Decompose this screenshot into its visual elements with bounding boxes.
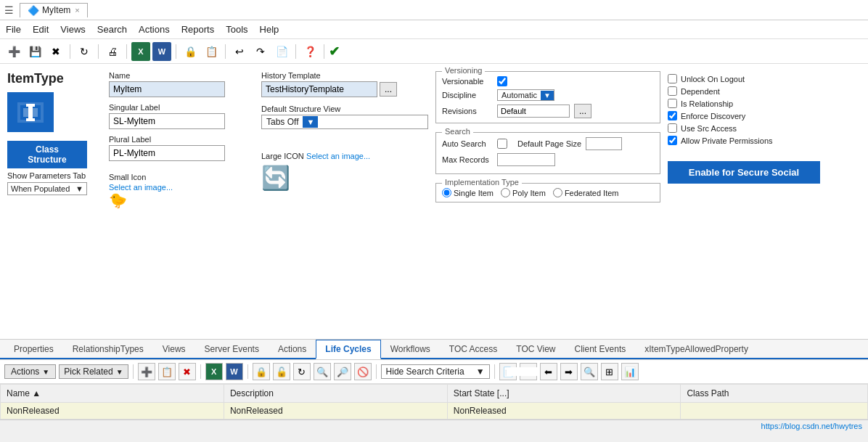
history-ellipsis-button[interactable]: ... [380,82,397,97]
bt-unlock-button[interactable]: 🔓 [273,363,290,380]
enforce-discovery-label: Enforce Discovery [681,112,745,120]
revisions-label: Revisions [442,107,493,115]
hamburger-menu[interactable]: ☰ [4,4,14,16]
is-relationship-checkbox[interactable] [668,99,677,108]
refresh-button[interactable]: ↻ [75,42,94,61]
pick-related-button[interactable]: Pick Related ▼ [59,364,128,379]
auto-search-checkbox[interactable] [497,139,507,149]
unlock-on-logout-checkbox[interactable] [668,74,677,83]
versionable-checkbox[interactable] [497,76,507,86]
large-icon-link[interactable]: Select an image... [306,152,370,160]
add-button[interactable]: ➕ [4,42,23,61]
discipline-arrow[interactable]: ▼ [541,91,554,100]
tab-relationship-types[interactable]: RelationshipTypes [63,340,153,358]
cut-button[interactable]: ✖ [46,42,65,61]
bt-refresh-button[interactable]: ↻ [293,363,311,380]
singular-label: Singular Label [109,103,254,112]
bt-copy-button[interactable]: 📋 [158,363,176,380]
tab-workflows[interactable]: Workflows [381,340,440,358]
tab-life-cycles[interactable]: Life Cycles [316,340,380,359]
tab-toc-view[interactable]: TOC View [507,340,565,358]
help-button[interactable]: ❓ [300,42,319,61]
revisions-ellipsis-button[interactable]: ... [574,104,591,118]
excel-button[interactable]: X [131,42,150,61]
print-button[interactable]: 🖨 [103,42,122,61]
itemtype-icon [7,92,54,132]
template-button[interactable]: 📄 [272,42,291,61]
bt-delete-button[interactable]: ✖ [179,363,196,380]
bt-filter-button[interactable]: 🔎 [334,363,351,380]
bt-word-button[interactable]: W [226,363,243,380]
bt-add-button[interactable]: ➕ [138,363,155,380]
when-populated-select[interactable]: When Populated ▼ [7,182,87,195]
use-src-access-row: Use Src Access [668,123,820,133]
bt-report-button[interactable]: 📊 [621,363,639,380]
tab-close-button[interactable]: × [75,6,79,15]
enforce-discovery-checkbox[interactable] [668,111,677,120]
small-icon-link[interactable]: Select an image... [109,183,254,192]
bt-indent-button[interactable]: ⬅ [540,363,557,380]
dependent-checkbox[interactable] [668,86,677,96]
name-input[interactable] [109,81,225,97]
single-item-radio[interactable] [442,188,451,197]
copy-button[interactable]: 📋 [202,42,221,61]
bt-lock-button[interactable]: 🔒 [253,363,270,380]
menu-tools[interactable]: Tools [226,24,247,35]
tab-actions[interactable]: Actions [269,340,316,358]
hide-search-select[interactable]: Hide Search Criteria ▼ [381,364,490,379]
search-group: Search Auto Search Default Page Size Max… [435,132,660,174]
single-item-option[interactable]: Single Item [442,188,494,197]
versioning-group: Versioning Versionable Discipline Automa… [435,71,660,123]
poly-item-radio[interactable] [501,188,510,197]
singular-input[interactable] [109,113,225,129]
bt-grid-button[interactable]: ⊞ [601,363,618,380]
history-template-input[interactable] [261,81,377,97]
tab-properties[interactable]: Properties [4,340,63,358]
dsv-row: Default Structure View Tabs Off ▼ [261,105,428,129]
toolbar-separator-6 [295,44,296,59]
use-src-access-checkbox[interactable] [668,123,677,133]
menu-file[interactable]: File [6,24,21,35]
title-tab[interactable]: 🔷 MyItem × [20,3,88,17]
bt-search-button[interactable]: 🔍 [314,363,331,380]
undo-button[interactable]: ↩ [230,42,249,61]
table-row[interactable]: NonReleased NonReleased NonReleased [1,403,868,420]
dsv-dropdown-arrow[interactable]: ▼ [303,116,318,128]
bt-zoom-button[interactable]: 🔍 [581,363,598,380]
dsv-select-container[interactable]: Tabs Off ▼ [261,115,428,129]
tab-client-events[interactable]: Client Events [565,340,636,358]
tab-toc-access[interactable]: TOC Access [440,340,507,358]
allow-private-permissions-checkbox[interactable] [668,136,677,145]
enable-secure-social-button[interactable]: Enable for Secure Social [668,161,820,184]
menu-edit[interactable]: Edit [33,24,49,35]
lock-button[interactable]: 🔒 [181,42,200,61]
poly-item-option[interactable]: Poly Item [501,188,546,197]
tab-xitemtype-allowed[interactable]: xItemTypeAllowedProperty [635,340,758,358]
default-page-size-input[interactable] [586,137,622,150]
bt-text-input-button[interactable] [520,363,537,380]
col-name[interactable]: Name ▲ [1,385,224,403]
menu-help[interactable]: Help [260,24,279,35]
max-records-input[interactable] [497,153,555,166]
federated-item-option[interactable]: Federated Item [553,188,619,197]
large-icon-section: Large ICON Select an image... 🔄 [261,151,428,192]
menu-actions[interactable]: Actions [139,24,170,35]
bt-clear-button[interactable]: 🚫 [354,363,372,380]
tab-server-events[interactable]: Server Events [195,340,269,358]
save-button[interactable]: 💾 [25,42,44,61]
tab-views[interactable]: Views [153,340,195,358]
redo-button[interactable]: ↷ [251,42,270,61]
word-button[interactable]: W [152,42,171,61]
bt-outdent-button[interactable]: ➡ [560,363,578,380]
actions-button[interactable]: Actions ▼ [4,364,56,379]
tabs-row: Properties RelationshipTypes Views Serve… [0,340,868,359]
federated-item-radio[interactable] [553,188,562,197]
plural-input[interactable] [109,145,225,161]
menu-search[interactable]: Search [97,24,127,35]
revisions-input[interactable] [497,105,570,118]
class-structure-button[interactable]: Class Structure [7,141,87,168]
menu-views[interactable]: Views [60,24,85,35]
large-icon-preview: 🔄 [261,164,428,192]
bt-excel-button[interactable]: X [205,363,223,380]
menu-reports[interactable]: Reports [181,24,215,35]
